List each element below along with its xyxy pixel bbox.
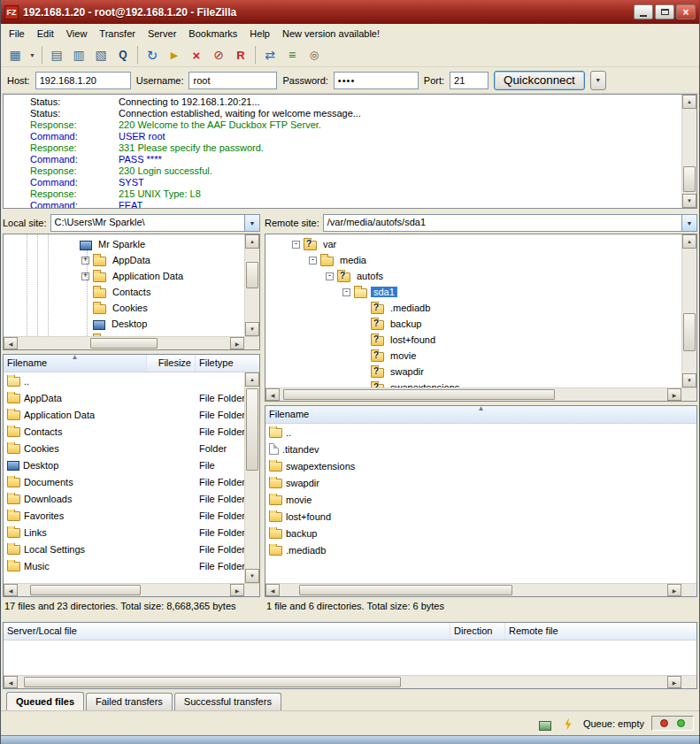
chevron-down-icon[interactable]: [681, 215, 696, 231]
column-header-filename[interactable]: Filename: [265, 406, 696, 423]
file-row[interactable]: ..: [265, 424, 696, 441]
maximize-button[interactable]: [655, 4, 674, 19]
toggle-queue-icon[interactable]: Q: [112, 45, 134, 65]
collapse-icon[interactable]: -: [309, 257, 317, 265]
scrollbar-thumb[interactable]: [90, 338, 158, 349]
log-vertical-scrollbar[interactable]: [681, 95, 696, 208]
scrollbar-thumb[interactable]: [683, 166, 696, 192]
toggle-local-tree-icon[interactable]: ▥: [68, 45, 89, 65]
host-input[interactable]: [35, 72, 131, 89]
remote-site-combobox[interactable]: /var/media/autofs/sda1: [323, 214, 697, 232]
quickconnect-button[interactable]: Quickconnect: [494, 71, 585, 90]
file-row[interactable]: FavoritesFile Folder: [4, 507, 244, 524]
file-row[interactable]: DocumentsFile Folder: [4, 473, 244, 490]
process-queue-icon[interactable]: ▶: [164, 45, 185, 65]
tree-item[interactable]: lost+found: [265, 332, 681, 348]
minimize-button[interactable]: [634, 4, 653, 19]
tree-item[interactable]: .mediadb: [265, 300, 681, 316]
scroll-down-icon[interactable]: [245, 569, 259, 583]
scroll-left-icon[interactable]: [4, 584, 18, 596]
local-list-vertical-scrollbar[interactable]: [244, 372, 259, 583]
toggle-remote-tree-icon[interactable]: ▧: [90, 45, 112, 65]
scroll-right-icon[interactable]: [667, 584, 681, 596]
password-input[interactable]: [334, 72, 419, 89]
column-header-filename[interactable]: Filename: [4, 355, 147, 372]
scroll-left-icon[interactable]: [265, 584, 280, 596]
menu-view[interactable]: View: [60, 26, 94, 42]
scrollbar-thumb[interactable]: [299, 585, 512, 595]
tab-queued-files[interactable]: Queued files: [6, 692, 84, 710]
port-input[interactable]: [450, 72, 488, 89]
menu-bookmarks[interactable]: Bookmarks: [182, 26, 243, 42]
file-row[interactable]: DesktopFile: [4, 456, 244, 473]
menu-help[interactable]: Help: [243, 26, 276, 42]
remote-tree-horizontal-scrollbar[interactable]: [265, 387, 681, 401]
remote-list-horizontal-scrollbar[interactable]: [265, 583, 681, 596]
column-header-server-local-file[interactable]: Server/Local file: [4, 623, 450, 640]
scrollbar-thumb[interactable]: [30, 585, 141, 595]
tree-item[interactable]: +Documents: [4, 332, 244, 336]
file-row[interactable]: ..: [4, 372, 244, 389]
tree-item[interactable]: +AppData: [4, 252, 244, 268]
tree-item[interactable]: -autofs: [265, 268, 681, 284]
scroll-left-icon[interactable]: [4, 337, 18, 349]
file-row[interactable]: AppDataFile Folder: [4, 389, 244, 406]
file-row[interactable]: Application DataFile Folder: [4, 406, 244, 423]
tree-item[interactable]: swapdir: [265, 364, 681, 380]
tree-item[interactable]: Mr Sparkle: [4, 236, 244, 252]
file-row[interactable]: lost+found: [265, 508, 696, 525]
scroll-right-icon[interactable]: [667, 676, 681, 688]
scrollbar-thumb[interactable]: [246, 388, 258, 471]
column-header-filetype[interactable]: Filetype: [196, 355, 259, 372]
column-header-filesize[interactable]: Filesize: [147, 355, 196, 372]
collapse-icon[interactable]: -: [326, 272, 334, 280]
expand-icon[interactable]: +: [81, 272, 89, 280]
local-tree-vertical-scrollbar[interactable]: [244, 234, 259, 336]
refresh-icon[interactable]: ↻: [142, 45, 163, 65]
site-manager-dropdown-icon[interactable]: [27, 45, 38, 65]
scrollbar-thumb[interactable]: [283, 389, 555, 400]
scroll-right-icon[interactable]: [667, 388, 681, 401]
local-list-horizontal-scrollbar[interactable]: [4, 583, 244, 596]
tree-item[interactable]: backup: [265, 316, 681, 332]
remote-tree-vertical-scrollbar[interactable]: [681, 234, 696, 387]
scroll-up-icon[interactable]: [245, 234, 259, 249]
cancel-icon[interactable]: ×: [186, 45, 207, 65]
file-row[interactable]: backup: [265, 525, 696, 541]
queue-horizontal-scrollbar[interactable]: [4, 675, 681, 688]
file-row[interactable]: DownloadsFile Folder: [4, 490, 244, 507]
scroll-up-icon[interactable]: [682, 234, 696, 249]
directory-comparison-icon[interactable]: ⇄: [259, 45, 281, 65]
tree-item[interactable]: Contacts: [4, 284, 244, 300]
column-header-direction[interactable]: Direction: [450, 623, 505, 640]
scroll-down-icon[interactable]: [245, 322, 259, 336]
column-header-remote-file[interactable]: Remote file: [505, 623, 696, 640]
file-row[interactable]: Local SettingsFile Folder: [4, 541, 244, 557]
file-row[interactable]: CookiesFolder: [4, 440, 244, 456]
file-row[interactable]: MusicFile Folder: [4, 557, 244, 574]
menu-file[interactable]: File: [3, 26, 31, 42]
tree-item[interactable]: -media: [265, 252, 681, 268]
tree-item[interactable]: -sda1: [265, 284, 681, 300]
menu-transfer[interactable]: Transfer: [93, 26, 142, 42]
file-row[interactable]: swapdir: [265, 474, 696, 491]
menu-server[interactable]: Server: [142, 26, 182, 42]
scroll-left-icon[interactable]: [265, 388, 280, 401]
file-row[interactable]: swapextensions: [265, 457, 696, 474]
file-row[interactable]: ContactsFile Folder: [4, 423, 244, 440]
file-row[interactable]: .mediadb: [265, 541, 696, 558]
tree-item[interactable]: movie: [265, 348, 681, 364]
scrollbar-thumb[interactable]: [24, 677, 401, 687]
file-row[interactable]: LinksFile Folder: [4, 524, 244, 541]
scroll-down-icon[interactable]: [682, 194, 696, 208]
scroll-down-icon[interactable]: [682, 373, 696, 387]
menu-edit[interactable]: Edit: [31, 26, 60, 42]
close-button[interactable]: [676, 4, 696, 19]
scroll-right-icon[interactable]: [230, 337, 244, 349]
file-row[interactable]: movie: [265, 491, 696, 508]
scroll-up-icon[interactable]: [245, 372, 259, 387]
quickconnect-dropdown-icon[interactable]: [590, 71, 606, 90]
local-site-combobox[interactable]: C:\Users\Mr Sparkle\: [50, 214, 260, 232]
site-manager-icon[interactable]: ▦: [4, 45, 26, 65]
tree-item[interactable]: Cookies: [4, 300, 244, 316]
